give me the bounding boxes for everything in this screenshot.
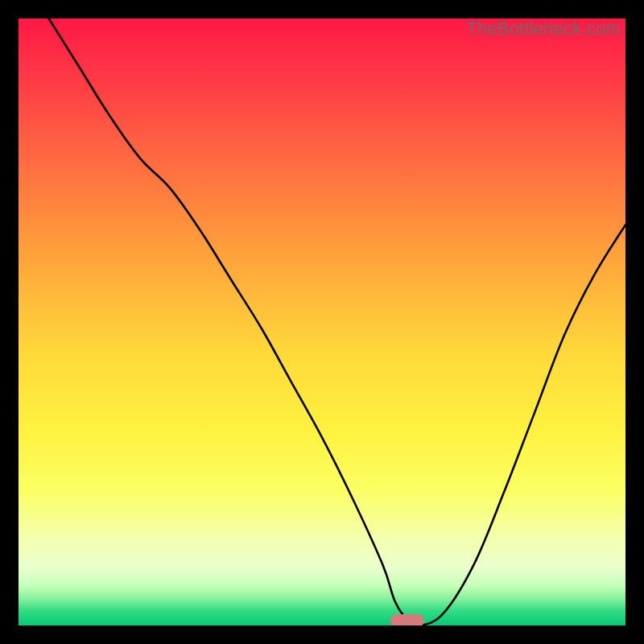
optimal-marker [390,614,424,625]
bottleneck-curve [19,19,625,625]
plot-area: TheBottleneck.com [19,19,625,625]
chart-frame: TheBottleneck.com [0,0,644,644]
